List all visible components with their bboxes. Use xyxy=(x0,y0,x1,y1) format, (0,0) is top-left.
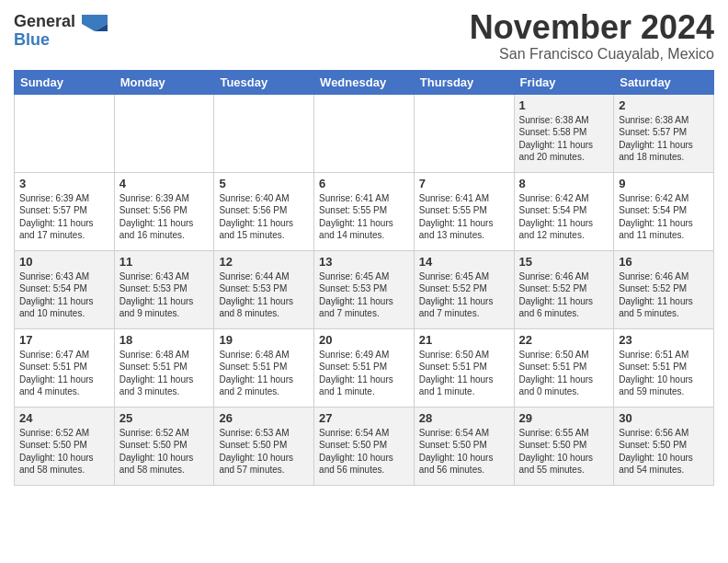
day-number: 11 xyxy=(119,255,210,269)
table-cell: 21Sunrise: 6:50 AM Sunset: 5:51 PM Dayli… xyxy=(414,328,514,407)
table-cell: 9Sunrise: 6:42 AM Sunset: 5:54 PM Daylig… xyxy=(614,172,714,250)
day-number: 30 xyxy=(619,411,709,425)
day-info: Sunrise: 6:53 AM Sunset: 5:50 PM Dayligh… xyxy=(219,427,309,477)
day-number: 8 xyxy=(519,177,609,190)
day-info: Sunrise: 6:50 AM Sunset: 5:51 PM Dayligh… xyxy=(519,349,609,398)
day-info: Sunrise: 6:52 AM Sunset: 5:50 PM Dayligh… xyxy=(19,427,109,477)
table-cell xyxy=(15,94,115,172)
table-cell: 4Sunrise: 6:39 AM Sunset: 5:56 PM Daylig… xyxy=(114,172,214,250)
header-saturday: Saturday xyxy=(614,70,714,94)
logo-flag-icon xyxy=(82,15,108,31)
day-number: 20 xyxy=(319,333,409,347)
table-cell: 23Sunrise: 6:51 AM Sunset: 5:51 PM Dayli… xyxy=(614,328,714,407)
table-cell: 26Sunrise: 6:53 AM Sunset: 5:50 PM Dayli… xyxy=(214,407,314,485)
table-cell: 2Sunrise: 6:38 AM Sunset: 5:57 PM Daylig… xyxy=(614,94,714,172)
day-number: 5 xyxy=(219,177,309,190)
day-number: 23 xyxy=(619,333,709,347)
day-info: Sunrise: 6:48 AM Sunset: 5:51 PM Dayligh… xyxy=(119,349,210,398)
day-number: 15 xyxy=(519,255,609,269)
table-cell: 16Sunrise: 6:46 AM Sunset: 5:52 PM Dayli… xyxy=(614,250,714,328)
day-info: Sunrise: 6:56 AM Sunset: 5:50 PM Dayligh… xyxy=(619,427,709,477)
day-info: Sunrise: 6:54 AM Sunset: 5:50 PM Dayligh… xyxy=(319,427,409,477)
table-cell: 27Sunrise: 6:54 AM Sunset: 5:50 PM Dayli… xyxy=(314,407,415,485)
day-info: Sunrise: 6:48 AM Sunset: 5:51 PM Dayligh… xyxy=(219,349,309,398)
logo-general-text: General xyxy=(14,12,75,30)
day-info: Sunrise: 6:41 AM Sunset: 5:55 PM Dayligh… xyxy=(319,192,409,242)
day-info: Sunrise: 6:39 AM Sunset: 5:56 PM Dayligh… xyxy=(119,192,210,242)
day-number: 29 xyxy=(519,411,609,425)
day-info: Sunrise: 6:47 AM Sunset: 5:51 PM Dayligh… xyxy=(19,349,109,398)
day-info: Sunrise: 6:39 AM Sunset: 5:57 PM Dayligh… xyxy=(19,192,109,242)
day-number: 12 xyxy=(219,255,309,269)
day-info: Sunrise: 6:52 AM Sunset: 5:50 PM Dayligh… xyxy=(119,427,210,477)
location-text: San Francisco Cuayalab, Mexico xyxy=(470,46,714,63)
table-cell: 5Sunrise: 6:40 AM Sunset: 5:56 PM Daylig… xyxy=(214,172,314,250)
day-number: 24 xyxy=(19,411,109,425)
table-cell: 1Sunrise: 6:38 AM Sunset: 5:58 PM Daylig… xyxy=(514,94,614,172)
logo-blue-text: Blue xyxy=(14,31,50,48)
title-block: November 2024 San Francisco Cuayalab, Me… xyxy=(470,9,714,63)
header-monday: Monday xyxy=(114,70,214,94)
day-number: 3 xyxy=(19,177,109,190)
week-row-5: 24Sunrise: 6:52 AM Sunset: 5:50 PM Dayli… xyxy=(15,407,714,485)
table-cell: 15Sunrise: 6:46 AM Sunset: 5:52 PM Dayli… xyxy=(514,250,614,328)
day-number: 17 xyxy=(19,333,109,347)
table-cell: 18Sunrise: 6:48 AM Sunset: 5:51 PM Dayli… xyxy=(114,328,214,407)
day-info: Sunrise: 6:49 AM Sunset: 5:51 PM Dayligh… xyxy=(319,349,409,398)
logo: General Blue xyxy=(14,13,108,48)
week-row-3: 10Sunrise: 6:43 AM Sunset: 5:54 PM Dayli… xyxy=(15,250,714,328)
week-row-4: 17Sunrise: 6:47 AM Sunset: 5:51 PM Dayli… xyxy=(15,328,714,407)
day-number: 27 xyxy=(319,411,409,425)
day-number: 22 xyxy=(519,333,609,347)
table-cell xyxy=(414,94,514,172)
table-cell: 6Sunrise: 6:41 AM Sunset: 5:55 PM Daylig… xyxy=(314,172,415,250)
calendar-table: SundayMondayTuesdayWednesdayThursdayFrid… xyxy=(14,70,714,486)
day-info: Sunrise: 6:51 AM Sunset: 5:51 PM Dayligh… xyxy=(619,349,709,398)
day-info: Sunrise: 6:50 AM Sunset: 5:51 PM Dayligh… xyxy=(419,349,509,398)
table-cell: 11Sunrise: 6:43 AM Sunset: 5:53 PM Dayli… xyxy=(114,250,214,328)
day-number: 9 xyxy=(619,177,709,190)
table-cell: 19Sunrise: 6:48 AM Sunset: 5:51 PM Dayli… xyxy=(214,328,314,407)
day-info: Sunrise: 6:41 AM Sunset: 5:55 PM Dayligh… xyxy=(419,192,509,242)
day-number: 26 xyxy=(219,411,309,425)
table-cell: 29Sunrise: 6:55 AM Sunset: 5:50 PM Dayli… xyxy=(514,407,614,485)
day-info: Sunrise: 6:46 AM Sunset: 5:52 PM Dayligh… xyxy=(519,270,609,320)
header-sunday: Sunday xyxy=(15,70,115,94)
table-cell: 7Sunrise: 6:41 AM Sunset: 5:55 PM Daylig… xyxy=(414,172,514,250)
day-number: 25 xyxy=(119,411,210,425)
day-info: Sunrise: 6:45 AM Sunset: 5:53 PM Dayligh… xyxy=(319,270,409,320)
day-number: 10 xyxy=(19,255,109,269)
day-info: Sunrise: 6:44 AM Sunset: 5:53 PM Dayligh… xyxy=(219,270,309,320)
day-info: Sunrise: 6:43 AM Sunset: 5:54 PM Dayligh… xyxy=(19,270,109,320)
day-number: 14 xyxy=(419,255,509,269)
day-info: Sunrise: 6:40 AM Sunset: 5:56 PM Dayligh… xyxy=(219,192,309,242)
day-number: 16 xyxy=(619,255,709,269)
table-cell: 8Sunrise: 6:42 AM Sunset: 5:54 PM Daylig… xyxy=(514,172,614,250)
table-cell: 17Sunrise: 6:47 AM Sunset: 5:51 PM Dayli… xyxy=(15,328,115,407)
day-number: 13 xyxy=(319,255,409,269)
table-cell: 14Sunrise: 6:45 AM Sunset: 5:52 PM Dayli… xyxy=(414,250,514,328)
table-cell: 12Sunrise: 6:44 AM Sunset: 5:53 PM Dayli… xyxy=(214,250,314,328)
day-info: Sunrise: 6:46 AM Sunset: 5:52 PM Dayligh… xyxy=(619,270,709,320)
table-cell xyxy=(114,94,214,172)
table-cell: 25Sunrise: 6:52 AM Sunset: 5:50 PM Dayli… xyxy=(114,407,214,485)
day-number: 28 xyxy=(419,411,509,425)
day-info: Sunrise: 6:55 AM Sunset: 5:50 PM Dayligh… xyxy=(519,427,609,477)
table-cell: 10Sunrise: 6:43 AM Sunset: 5:54 PM Dayli… xyxy=(15,250,115,328)
day-number: 2 xyxy=(619,98,709,112)
header-friday: Friday xyxy=(514,70,614,94)
header-thursday: Thursday xyxy=(414,70,514,94)
table-cell: 22Sunrise: 6:50 AM Sunset: 5:51 PM Dayli… xyxy=(514,328,614,407)
month-title: November 2024 xyxy=(470,9,714,46)
day-number: 6 xyxy=(319,177,409,190)
header-wednesday: Wednesday xyxy=(314,70,415,94)
day-info: Sunrise: 6:42 AM Sunset: 5:54 PM Dayligh… xyxy=(619,192,709,242)
table-cell: 28Sunrise: 6:54 AM Sunset: 5:50 PM Dayli… xyxy=(414,407,514,485)
table-cell: 30Sunrise: 6:56 AM Sunset: 5:50 PM Dayli… xyxy=(614,407,714,485)
table-cell xyxy=(214,94,314,172)
day-info: Sunrise: 6:38 AM Sunset: 5:58 PM Dayligh… xyxy=(519,114,609,164)
header-tuesday: Tuesday xyxy=(214,70,314,94)
table-cell: 20Sunrise: 6:49 AM Sunset: 5:51 PM Dayli… xyxy=(314,328,415,407)
week-row-1: 1Sunrise: 6:38 AM Sunset: 5:58 PM Daylig… xyxy=(15,94,714,172)
day-info: Sunrise: 6:42 AM Sunset: 5:54 PM Dayligh… xyxy=(519,192,609,242)
